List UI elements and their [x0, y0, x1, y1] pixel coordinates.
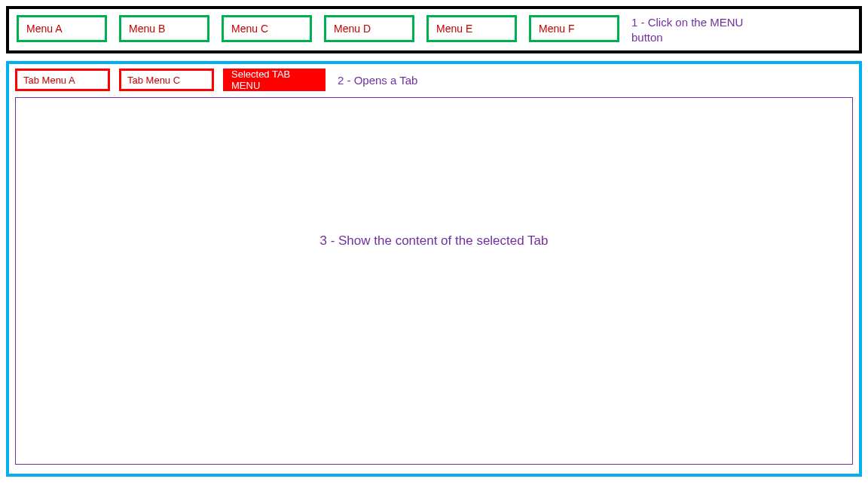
tab-label: Selected TAB MENU [231, 69, 317, 91]
tab-label: Tab Menu C [127, 75, 180, 86]
tab-menu-selected[interactable]: Selected TAB MENU [223, 69, 326, 91]
menu-button-e[interactable]: Menu E [426, 15, 517, 42]
menu-button-f[interactable]: Menu F [529, 15, 619, 42]
content-area: 3 - Show the content of the selected Tab [15, 97, 853, 465]
menu-button-c[interactable]: Menu C [222, 15, 312, 42]
tab-annotation: 2 - Opens a Tab [338, 74, 417, 87]
menu-bar-annotation: 1 - Click on the MENU button [631, 15, 744, 44]
tab-row: Tab Menu A Tab Menu C Selected TAB MENU … [15, 69, 853, 91]
menu-label: Menu B [129, 23, 165, 35]
menu-button-d[interactable]: Menu D [324, 15, 414, 42]
menu-label: Menu D [334, 23, 371, 35]
menu-label: Menu E [436, 23, 472, 35]
content-annotation: 3 - Show the content of the selected Tab [319, 233, 548, 249]
menu-bar: Menu A Menu B Menu C Menu D Menu E Menu … [6, 6, 862, 53]
menu-label: Menu A [26, 23, 62, 35]
menu-button-b[interactable]: Menu B [119, 15, 209, 42]
tab-label: Tab Menu A [23, 75, 75, 86]
tab-menu-c[interactable]: Tab Menu C [119, 69, 214, 91]
menu-button-a[interactable]: Menu A [17, 15, 107, 42]
tab-menu-a[interactable]: Tab Menu A [15, 69, 110, 91]
tab-container: Tab Menu A Tab Menu C Selected TAB MENU … [6, 61, 862, 477]
menu-label: Menu F [539, 23, 574, 35]
menu-label: Menu C [231, 23, 268, 35]
